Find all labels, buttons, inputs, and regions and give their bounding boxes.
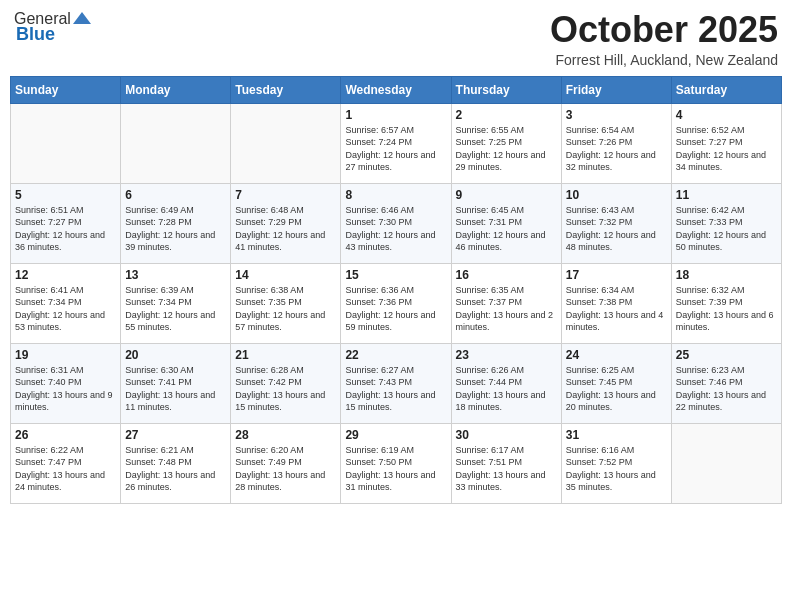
calendar-day-cell — [121, 103, 231, 183]
weekday-header: Wednesday — [341, 76, 451, 103]
calendar-day-cell: 19Sunrise: 6:31 AM Sunset: 7:40 PM Dayli… — [11, 343, 121, 423]
calendar-week-row: 19Sunrise: 6:31 AM Sunset: 7:40 PM Dayli… — [11, 343, 782, 423]
day-number: 16 — [456, 268, 557, 282]
day-number: 12 — [15, 268, 116, 282]
svg-marker-0 — [73, 12, 91, 24]
day-info: Sunrise: 6:51 AM Sunset: 7:27 PM Dayligh… — [15, 204, 116, 254]
day-info: Sunrise: 6:43 AM Sunset: 7:32 PM Dayligh… — [566, 204, 667, 254]
calendar-day-cell: 1Sunrise: 6:57 AM Sunset: 7:24 PM Daylig… — [341, 103, 451, 183]
calendar-day-cell: 17Sunrise: 6:34 AM Sunset: 7:38 PM Dayli… — [561, 263, 671, 343]
day-number: 4 — [676, 108, 777, 122]
day-info: Sunrise: 6:41 AM Sunset: 7:34 PM Dayligh… — [15, 284, 116, 334]
day-info: Sunrise: 6:34 AM Sunset: 7:38 PM Dayligh… — [566, 284, 667, 334]
page-header: General Blue October 2025 Forrest Hill, … — [10, 10, 782, 68]
day-info: Sunrise: 6:22 AM Sunset: 7:47 PM Dayligh… — [15, 444, 116, 494]
day-info: Sunrise: 6:20 AM Sunset: 7:49 PM Dayligh… — [235, 444, 336, 494]
calendar-day-cell: 20Sunrise: 6:30 AM Sunset: 7:41 PM Dayli… — [121, 343, 231, 423]
day-info: Sunrise: 6:36 AM Sunset: 7:36 PM Dayligh… — [345, 284, 446, 334]
day-number: 29 — [345, 428, 446, 442]
day-number: 28 — [235, 428, 336, 442]
calendar-day-cell: 23Sunrise: 6:26 AM Sunset: 7:44 PM Dayli… — [451, 343, 561, 423]
month-title: October 2025 — [550, 10, 778, 50]
calendar-day-cell: 25Sunrise: 6:23 AM Sunset: 7:46 PM Dayli… — [671, 343, 781, 423]
calendar-day-cell: 3Sunrise: 6:54 AM Sunset: 7:26 PM Daylig… — [561, 103, 671, 183]
day-number: 2 — [456, 108, 557, 122]
day-info: Sunrise: 6:17 AM Sunset: 7:51 PM Dayligh… — [456, 444, 557, 494]
weekday-header: Sunday — [11, 76, 121, 103]
logo-blue-text: Blue — [16, 24, 55, 45]
calendar-table: SundayMondayTuesdayWednesdayThursdayFrid… — [10, 76, 782, 504]
calendar-week-row: 1Sunrise: 6:57 AM Sunset: 7:24 PM Daylig… — [11, 103, 782, 183]
day-number: 21 — [235, 348, 336, 362]
day-number: 10 — [566, 188, 667, 202]
day-number: 25 — [676, 348, 777, 362]
day-number: 1 — [345, 108, 446, 122]
calendar-day-cell: 22Sunrise: 6:27 AM Sunset: 7:43 PM Dayli… — [341, 343, 451, 423]
weekday-header: Monday — [121, 76, 231, 103]
day-number: 15 — [345, 268, 446, 282]
calendar-day-cell: 12Sunrise: 6:41 AM Sunset: 7:34 PM Dayli… — [11, 263, 121, 343]
calendar-day-cell: 5Sunrise: 6:51 AM Sunset: 7:27 PM Daylig… — [11, 183, 121, 263]
day-number: 22 — [345, 348, 446, 362]
day-info: Sunrise: 6:49 AM Sunset: 7:28 PM Dayligh… — [125, 204, 226, 254]
day-info: Sunrise: 6:39 AM Sunset: 7:34 PM Dayligh… — [125, 284, 226, 334]
logo: General Blue — [14, 10, 91, 45]
calendar-week-row: 5Sunrise: 6:51 AM Sunset: 7:27 PM Daylig… — [11, 183, 782, 263]
calendar-day-cell: 11Sunrise: 6:42 AM Sunset: 7:33 PM Dayli… — [671, 183, 781, 263]
weekday-header: Tuesday — [231, 76, 341, 103]
day-info: Sunrise: 6:27 AM Sunset: 7:43 PM Dayligh… — [345, 364, 446, 414]
day-number: 26 — [15, 428, 116, 442]
day-number: 17 — [566, 268, 667, 282]
day-number: 20 — [125, 348, 226, 362]
day-info: Sunrise: 6:46 AM Sunset: 7:30 PM Dayligh… — [345, 204, 446, 254]
calendar-week-row: 26Sunrise: 6:22 AM Sunset: 7:47 PM Dayli… — [11, 423, 782, 503]
day-number: 7 — [235, 188, 336, 202]
day-info: Sunrise: 6:48 AM Sunset: 7:29 PM Dayligh… — [235, 204, 336, 254]
calendar-day-cell — [671, 423, 781, 503]
day-info: Sunrise: 6:54 AM Sunset: 7:26 PM Dayligh… — [566, 124, 667, 174]
calendar-day-cell: 9Sunrise: 6:45 AM Sunset: 7:31 PM Daylig… — [451, 183, 561, 263]
day-info: Sunrise: 6:31 AM Sunset: 7:40 PM Dayligh… — [15, 364, 116, 414]
weekday-header: Thursday — [451, 76, 561, 103]
day-number: 31 — [566, 428, 667, 442]
calendar-header-row: SundayMondayTuesdayWednesdayThursdayFrid… — [11, 76, 782, 103]
day-number: 11 — [676, 188, 777, 202]
day-info: Sunrise: 6:30 AM Sunset: 7:41 PM Dayligh… — [125, 364, 226, 414]
calendar-day-cell: 13Sunrise: 6:39 AM Sunset: 7:34 PM Dayli… — [121, 263, 231, 343]
location-text: Forrest Hill, Auckland, New Zealand — [550, 52, 778, 68]
weekday-header: Friday — [561, 76, 671, 103]
day-number: 14 — [235, 268, 336, 282]
day-number: 13 — [125, 268, 226, 282]
calendar-day-cell: 24Sunrise: 6:25 AM Sunset: 7:45 PM Dayli… — [561, 343, 671, 423]
calendar-day-cell — [11, 103, 121, 183]
day-number: 30 — [456, 428, 557, 442]
day-info: Sunrise: 6:32 AM Sunset: 7:39 PM Dayligh… — [676, 284, 777, 334]
calendar-day-cell: 6Sunrise: 6:49 AM Sunset: 7:28 PM Daylig… — [121, 183, 231, 263]
calendar-day-cell: 4Sunrise: 6:52 AM Sunset: 7:27 PM Daylig… — [671, 103, 781, 183]
day-info: Sunrise: 6:25 AM Sunset: 7:45 PM Dayligh… — [566, 364, 667, 414]
calendar-day-cell: 7Sunrise: 6:48 AM Sunset: 7:29 PM Daylig… — [231, 183, 341, 263]
day-info: Sunrise: 6:55 AM Sunset: 7:25 PM Dayligh… — [456, 124, 557, 174]
day-number: 23 — [456, 348, 557, 362]
calendar-day-cell: 16Sunrise: 6:35 AM Sunset: 7:37 PM Dayli… — [451, 263, 561, 343]
day-number: 8 — [345, 188, 446, 202]
day-info: Sunrise: 6:26 AM Sunset: 7:44 PM Dayligh… — [456, 364, 557, 414]
day-info: Sunrise: 6:21 AM Sunset: 7:48 PM Dayligh… — [125, 444, 226, 494]
day-number: 5 — [15, 188, 116, 202]
calendar-day-cell: 28Sunrise: 6:20 AM Sunset: 7:49 PM Dayli… — [231, 423, 341, 503]
day-number: 9 — [456, 188, 557, 202]
day-info: Sunrise: 6:16 AM Sunset: 7:52 PM Dayligh… — [566, 444, 667, 494]
calendar-day-cell: 8Sunrise: 6:46 AM Sunset: 7:30 PM Daylig… — [341, 183, 451, 263]
day-info: Sunrise: 6:38 AM Sunset: 7:35 PM Dayligh… — [235, 284, 336, 334]
day-number: 19 — [15, 348, 116, 362]
calendar-week-row: 12Sunrise: 6:41 AM Sunset: 7:34 PM Dayli… — [11, 263, 782, 343]
calendar-day-cell: 27Sunrise: 6:21 AM Sunset: 7:48 PM Dayli… — [121, 423, 231, 503]
calendar-day-cell — [231, 103, 341, 183]
day-number: 24 — [566, 348, 667, 362]
calendar-day-cell: 21Sunrise: 6:28 AM Sunset: 7:42 PM Dayli… — [231, 343, 341, 423]
day-info: Sunrise: 6:52 AM Sunset: 7:27 PM Dayligh… — [676, 124, 777, 174]
weekday-header: Saturday — [671, 76, 781, 103]
day-info: Sunrise: 6:35 AM Sunset: 7:37 PM Dayligh… — [456, 284, 557, 334]
logo-triangle-icon — [73, 12, 91, 24]
day-number: 3 — [566, 108, 667, 122]
